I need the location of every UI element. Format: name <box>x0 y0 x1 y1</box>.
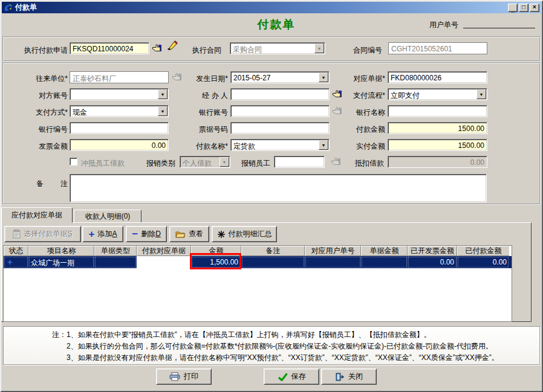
partner-unit-label: 往来单位* <box>12 74 68 84</box>
cell-paid-amount[interactable]: 0.00 <box>457 256 509 268</box>
chevron-down-icon[interactable]: ▼ <box>319 140 328 150</box>
row-status-icon: + <box>4 256 28 268</box>
cell-doc-type[interactable] <box>94 256 137 268</box>
notepad-icon <box>13 230 21 239</box>
edit-pencil-icon[interactable] <box>167 40 178 51</box>
occur-date-label: 发生日期* <box>189 74 228 84</box>
select-hand-icon[interactable] <box>332 89 342 98</box>
bill-no-input[interactable] <box>230 122 330 134</box>
note-line-1: 注：1、如果在付款中要“报销员工借款”，请在【冲抵员工借款】上打钩，并填写好【报… <box>52 330 431 340</box>
bank-name-input[interactable] <box>388 105 487 117</box>
cell-invoiced-amount[interactable]: 0.00 <box>408 256 457 268</box>
contract-no-label: 合同编号 <box>342 45 382 56</box>
cell-user-doc-no[interactable] <box>305 256 361 268</box>
contract-no-field: CGHT2015052601 <box>388 42 487 54</box>
close-button[interactable]: × <box>530 4 539 12</box>
exec-contract-label: 执行合同 <box>181 45 221 56</box>
save-button[interactable]: 保存 <box>264 368 319 385</box>
select-hand-icon-disabled <box>172 72 182 81</box>
invoice-amount-input[interactable]: 0.00 <box>70 139 169 151</box>
cell-remark[interactable] <box>241 256 305 268</box>
cell-project-name[interactable]: 众城广场一期 <box>28 256 94 268</box>
select-hand-icon-disabled <box>332 106 342 115</box>
table-header: 状态 项目名称 单据类型 付款对应单据 金额 备注 对应用户单号 单据金额 已开… <box>4 246 512 256</box>
select-payment-doc-button: 选择付款单据S <box>4 226 81 242</box>
printer-icon <box>169 372 180 381</box>
occur-date-select[interactable]: 2015-05-27▼ <box>230 71 330 83</box>
add-button[interactable]: + 添加A <box>82 226 123 242</box>
view-button[interactable]: 查看 <box>169 226 209 242</box>
chevron-down-icon[interactable]: ▼ <box>319 72 328 82</box>
table-row[interactable]: + 众城广场一期 1,500.00 0.00 0.00 <box>4 256 512 268</box>
close-window-button[interactable]: 关闭 <box>321 368 377 385</box>
cell-pay-doc[interactable] <box>137 256 191 268</box>
payable-docs-table: 状态 项目名称 单据类型 付款对应单据 金额 备注 对应用户单号 单据金额 已开… <box>3 245 512 322</box>
chevron-down-icon[interactable]: ▼ <box>476 89 486 99</box>
payment-amount-label: 付款金额 <box>345 124 385 135</box>
bank-account-input[interactable] <box>230 105 330 117</box>
column-header[interactable]: 付款对应单据 <box>137 246 191 256</box>
column-header[interactable]: 单据金额 <box>361 246 408 256</box>
tab-payable-docs[interactable]: 应付款对应单据 <box>1 207 73 223</box>
payment-name-select[interactable]: 定货款▼ <box>230 139 330 151</box>
summary-icon <box>217 230 226 239</box>
title-bar: 付款单 _ □ × <box>2 2 541 13</box>
column-header[interactable]: 状态 <box>4 246 28 256</box>
chevron-down-icon[interactable]: ▼ <box>158 106 167 116</box>
chevron-down-icon[interactable]: ▼ <box>158 89 167 99</box>
exec-payment-apply-input[interactable]: FKSQD110000024 <box>70 42 149 54</box>
tab-payee-detail[interactable]: 收款人明细(0) <box>74 210 141 223</box>
remark-label: 备 注 <box>36 179 64 189</box>
window-title: 付款单 <box>15 2 37 13</box>
maximize-button[interactable]: □ <box>519 4 528 12</box>
corresponding-doc-input[interactable]: FKD080000026 <box>388 71 487 83</box>
select-hand-icon-disabled <box>331 157 341 165</box>
payment-name-label: 付款名称* <box>189 141 228 152</box>
user-doc-no-label: 用户单号 <box>429 20 458 30</box>
remark-textarea[interactable] <box>70 174 487 202</box>
offset-employee-loan-checkbox[interactable] <box>70 158 77 165</box>
cell-doc-amount[interactable] <box>361 256 408 268</box>
print-button[interactable]: 打印 <box>156 368 212 385</box>
exec-contract-select: 采购合同▼ <box>230 42 325 54</box>
check-icon <box>278 373 288 381</box>
column-header[interactable]: 已付款金额 <box>457 246 509 256</box>
bank-name-label: 银行名称 <box>345 108 385 118</box>
invoice-amount-label: 发票金额 <box>12 141 68 152</box>
column-header[interactable]: 已开发票金额 <box>408 246 457 256</box>
column-header[interactable]: 备注 <box>241 246 305 256</box>
note-line-2: 2、如果执行的分包合同，那么可付款金额=付款基数*付款限额%-(应收履约保证金-… <box>67 341 493 352</box>
reimburse-employee-input[interactable] <box>274 156 325 168</box>
handler-input[interactable] <box>230 88 330 100</box>
deduct-loan-label: 抵扣借款 <box>345 158 384 169</box>
actual-amount-input[interactable]: 1500.00 <box>388 139 487 151</box>
user-doc-no-field[interactable] <box>463 20 535 28</box>
offset-employee-loan-label: 冲抵员工借款 <box>81 158 125 169</box>
bank-no-label: 银行编号 <box>12 124 68 135</box>
counterparty-account-label: 对方账号 <box>12 91 68 101</box>
column-header[interactable]: 项目名称 <box>28 246 94 256</box>
minimize-button[interactable]: _ <box>508 4 518 12</box>
counterparty-account-select[interactable]: ▼ <box>70 88 169 100</box>
bill-no-label: 票据号码 <box>189 124 228 135</box>
column-header[interactable]: 单据类型 <box>94 246 137 256</box>
bank-no-input[interactable] <box>70 122 169 134</box>
payment-process-select[interactable]: 立即支付▼ <box>388 88 487 100</box>
deduct-loan-field: 0.00 <box>388 156 487 168</box>
payment-method-select[interactable]: 现金▼ <box>70 105 169 117</box>
chevron-down-icon: ▼ <box>314 43 324 53</box>
reimburse-employee-label: 报销员工 <box>239 158 270 169</box>
minus-icon: − <box>132 231 138 237</box>
open-folder-icon <box>175 230 186 238</box>
delete-button[interactable]: − 删除D <box>126 226 167 242</box>
payment-amount-input[interactable]: 1500.00 <box>388 122 487 134</box>
select-hand-icon[interactable] <box>152 43 162 52</box>
note-line-3: 3、如果是付款没有对应付款单据，请在付款名称中写明“XX预付款”、“XX订货款”… <box>67 353 499 363</box>
exit-door-icon <box>335 373 345 381</box>
actual-amount-label: 实付金额 <box>345 141 385 152</box>
bank-account-label: 银行账号 <box>189 108 228 118</box>
payable-docs-tab-page: 选择付款单据S + 添加A − 删除D 查看 <box>1 222 532 322</box>
column-header[interactable]: 对应用户单号 <box>305 246 361 256</box>
exec-payment-apply-label: 执行付款申请 <box>12 45 68 56</box>
payment-detail-summary-button[interactable]: 付款明细汇总 <box>212 226 277 242</box>
